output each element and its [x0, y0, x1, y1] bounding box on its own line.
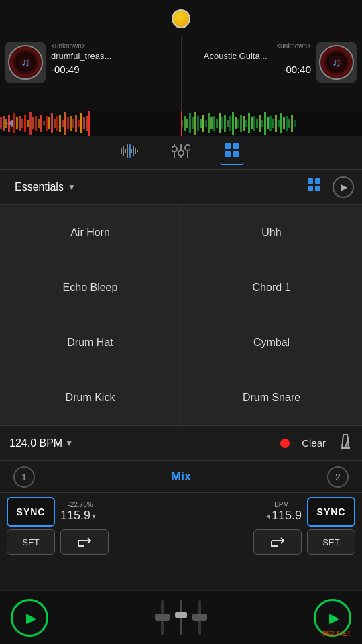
pad-cell-1[interactable]: Air Horn — [0, 205, 181, 260]
deck1-set-btn[interactable]: SET — [7, 529, 55, 555]
library-grid-btn[interactable] — [304, 175, 324, 199]
pad-cell-3[interactable]: Echo Bleep — [0, 260, 181, 315]
metronome-icon[interactable] — [338, 433, 353, 453]
svg-rect-75 — [288, 119, 290, 128]
svg-rect-42 — [200, 119, 202, 128]
deck2-controls: BPM ◂ 115.9 SYNC — [261, 497, 355, 527]
svg-rect-86 — [135, 148, 136, 154]
svg-rect-19 — [51, 113, 53, 133]
svg-rect-95 — [225, 143, 231, 149]
svg-rect-66 — [264, 112, 266, 135]
deck1-art-inner — [8, 45, 43, 80]
svg-rect-60 — [248, 113, 250, 133]
svg-rect-22 — [59, 115, 61, 132]
svg-rect-48 — [216, 119, 218, 128]
deck1-bpm-num: 115.9 — [60, 508, 90, 523]
svg-rect-71 — [278, 120, 280, 127]
clear-btn[interactable]: Clear — [296, 435, 331, 451]
svg-rect-29 — [78, 120, 80, 127]
svg-rect-5 — [13, 113, 15, 133]
pad-cell-2[interactable]: Uhh — [181, 205, 362, 260]
svg-rect-55 — [235, 117, 237, 129]
deck1-sync-btn[interactable]: SYNC — [7, 497, 55, 527]
waveform-left[interactable] — [0, 111, 181, 136]
deck2-pitch-slider[interactable] — [198, 600, 201, 635]
svg-rect-46 — [210, 117, 213, 129]
deck1-pitch-slider[interactable] — [161, 600, 164, 635]
svg-point-94 — [185, 145, 190, 150]
svg-rect-24 — [64, 112, 66, 135]
deck1-art[interactable] — [5, 42, 46, 83]
watermark: 962.NET — [322, 629, 351, 637]
record-btn[interactable] — [280, 439, 290, 448]
svg-rect-6 — [16, 117, 18, 129]
svg-rect-50 — [221, 117, 223, 129]
deck2-source: <unknown> — [187, 42, 312, 50]
pad-cell-4[interactable]: Chord 1 — [181, 260, 362, 315]
deck2-art-inner — [319, 45, 354, 80]
svg-rect-70 — [275, 115, 277, 132]
pad-grid: Air Horn Uhh Echo Bleep Chord 1 Drum Hat… — [0, 205, 362, 425]
svg-rect-102 — [315, 186, 320, 191]
svg-rect-62 — [253, 116, 255, 131]
svg-rect-36 — [184, 116, 186, 131]
crossfader-dot[interactable] — [172, 9, 190, 28]
deck1-pitch-center — [155, 614, 170, 621]
svg-rect-3 — [8, 115, 10, 132]
deck2-num[interactable]: 2 — [327, 466, 349, 488]
waveform-btn[interactable] — [118, 141, 142, 165]
waveform-right[interactable] — [181, 111, 362, 136]
deck2-art[interactable] — [316, 42, 357, 83]
svg-rect-69 — [272, 119, 274, 128]
svg-rect-49 — [219, 113, 221, 133]
svg-rect-9 — [24, 115, 26, 132]
mix-label: Mix — [171, 470, 191, 484]
deck2-return-btn[interactable] — [253, 529, 302, 555]
svg-rect-76 — [291, 115, 293, 132]
controls-sync-row: SYNC -22.76% 115.9 ▾ BPM ◂ 115.9 SYNC — [7, 497, 355, 527]
pad-cell-5[interactable]: Drum Hat — [0, 315, 181, 370]
svg-rect-63 — [256, 119, 258, 128]
deck1-bpm-ctrl: -22.76% 115.9 ▾ — [60, 501, 101, 523]
mixer-btn[interactable] — [169, 141, 193, 165]
svg-rect-17 — [46, 116, 48, 131]
deck2-set-btn[interactable]: SET — [307, 529, 355, 555]
autoplay-btn[interactable] — [333, 176, 354, 198]
svg-rect-4 — [11, 120, 13, 127]
pad-cell-8[interactable]: Drum Snare — [181, 370, 362, 425]
svg-rect-52 — [227, 120, 229, 127]
svg-rect-98 — [233, 151, 239, 157]
svg-rect-57 — [240, 115, 242, 132]
svg-rect-41 — [197, 116, 199, 131]
svg-rect-21 — [56, 116, 58, 131]
svg-point-105 — [347, 437, 349, 440]
deck1-return-btn[interactable] — [60, 529, 109, 555]
pad-cell-7[interactable]: Drum Kick — [0, 370, 181, 425]
svg-rect-13 — [35, 116, 37, 131]
deck1-num[interactable]: 1 — [13, 466, 35, 488]
deck2-sync-btn[interactable]: SYNC — [307, 497, 355, 527]
mix-row: 1 Mix 2 — [0, 460, 362, 492]
bpm-display[interactable]: 124.0 BPM ▼ — [9, 437, 73, 449]
grid-btn[interactable] — [220, 141, 244, 165]
svg-rect-78 — [181, 111, 182, 136]
center-pitch-thumb — [175, 612, 187, 618]
svg-rect-11 — [29, 112, 32, 135]
center-pitch-slider[interactable] — [180, 600, 182, 635]
svg-rect-18 — [48, 117, 50, 129]
pad-cell-6[interactable]: Cymbal — [181, 315, 362, 370]
waveform-right-svg — [181, 111, 362, 136]
essentials-label: Essentials — [15, 181, 64, 193]
essentials-dropdown[interactable]: Essentials ▼ — [8, 177, 82, 197]
deck2-time: -00:40 — [187, 64, 312, 75]
svg-rect-53 — [229, 116, 231, 131]
deck2-bpm-num: 115.9 — [272, 508, 302, 523]
deck1-bpm-chevron: ▾ — [92, 511, 96, 521]
deck1-time: -00:49 — [51, 64, 176, 75]
svg-rect-23 — [62, 120, 64, 127]
svg-rect-101 — [308, 186, 313, 191]
svg-rect-100 — [315, 178, 320, 184]
deck2-bpm-ctrl: BPM ◂ 115.9 — [261, 501, 302, 523]
deck1-play-btn[interactable] — [11, 599, 48, 637]
svg-rect-54 — [232, 112, 234, 135]
